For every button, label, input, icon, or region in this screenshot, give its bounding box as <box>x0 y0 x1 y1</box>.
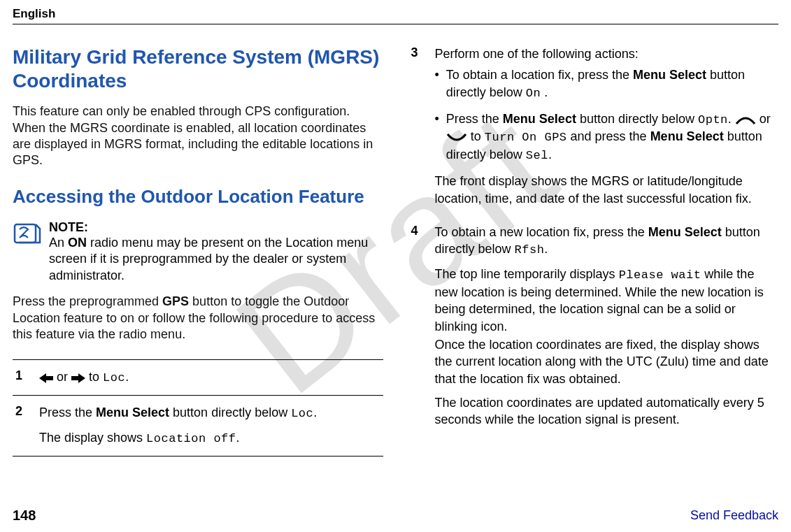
note-body: An ON radio menu may be present on the L… <box>49 235 383 284</box>
step-3-options: • To obtain a location fix, press the Me… <box>435 66 776 164</box>
step-3-body: Perform one of the following actions: • … <box>435 45 776 207</box>
right-column: 3 Perform one of the following actions: … <box>408 45 779 456</box>
step-number: 3 <box>411 45 425 207</box>
step-3: 3 Perform one of the following actions: … <box>408 45 779 215</box>
list-item: • Press the Menu Select button directly … <box>435 110 776 165</box>
page-number: 148 <box>13 508 36 524</box>
mgrs-description: This feature can only be enabled through… <box>13 103 383 169</box>
step-1: 1 or to Loc. <box>13 359 383 395</box>
page-footer: 148 Send Feedback <box>13 508 778 524</box>
arrow-left-icon <box>39 370 57 384</box>
note-block: NOTE: An ON radio menu may be present on… <box>13 220 383 284</box>
arrow-down-icon <box>446 129 467 143</box>
step-number: 2 <box>15 404 29 447</box>
step-1-body: or to Loc. <box>39 368 380 387</box>
bullet-icon: • <box>435 66 439 101</box>
left-column: Military Grid Reference System (MGRS) Co… <box>13 45 383 456</box>
arrow-up-icon <box>735 112 756 126</box>
note-title: NOTE: <box>49 220 383 235</box>
step-2-body: Press the Menu Select button directly be… <box>39 404 380 447</box>
step-4-body: To obtain a new location fix, press the … <box>435 224 776 429</box>
gps-toggle-instruction: Press the preprogrammed GPS button to to… <box>13 294 383 343</box>
step-2: 2 Press the Menu Select button directly … <box>13 395 383 456</box>
language-label: English <box>13 7 778 24</box>
send-feedback-link[interactable]: Send Feedback <box>690 508 778 523</box>
heading-mgrs: Military Grid Reference System (MGRS) Co… <box>13 45 383 92</box>
note-content: NOTE: An ON radio menu may be present on… <box>49 220 383 284</box>
heading-outdoor-location: Accessing the Outdoor Location Feature <box>13 186 383 208</box>
step-number: 4 <box>411 224 425 429</box>
arrow-right-icon <box>71 370 89 384</box>
list-item: • To obtain a location fix, press the Me… <box>435 66 776 101</box>
note-icon <box>13 220 42 245</box>
step-4: 4 To obtain a new location fix, press th… <box>408 215 779 437</box>
step-number: 1 <box>15 368 29 387</box>
bullet-icon: • <box>435 110 439 165</box>
